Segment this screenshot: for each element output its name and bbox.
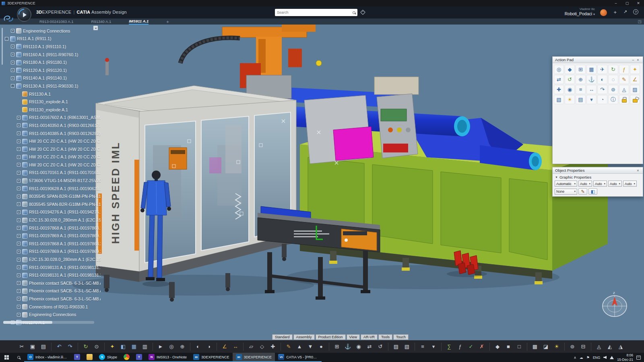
pad-icon[interactable]: ▲ [295, 342, 304, 352]
rotate-icon[interactable]: ↷ [597, 85, 607, 94]
object-properties-titlebar[interactable]: Object Properties × [553, 167, 643, 174]
expand-expander-icon[interactable]: + [17, 226, 21, 230]
explode-icon[interactable]: ◬ [619, 85, 629, 94]
maximize-button[interactable]: ▢ [621, 0, 633, 6]
warning-icon[interactable]: ✗ [477, 342, 487, 352]
constraint-icon[interactable]: ⚓ [343, 342, 353, 352]
print-icon[interactable]: ⊟ [578, 342, 588, 352]
tree-horizontal-scrollbar[interactable] [3, 321, 94, 324]
taskbar-app-explorer[interactable] [83, 353, 96, 362]
refresh-icon[interactable]: ↺ [565, 75, 575, 84]
check-icon[interactable]: ✓ [466, 342, 476, 352]
replace-icon[interactable]: ▥ [140, 342, 150, 352]
toolbar-tab-standard[interactable]: Standard [272, 334, 293, 340]
tree-item[interactable]: +HW 20 CC Z0 C A.1 (HW 20 CC Z0 C.3) [0, 153, 101, 161]
3d-compass-icon[interactable] [17, 7, 31, 22]
graphic-prop-dropdown[interactable]: Automatic▾ [555, 181, 577, 187]
pocket-icon[interactable]: ▼ [305, 342, 315, 352]
tree-item[interactable]: +R91140 A.1 (R91140.1) [0, 74, 101, 82]
axis-icon[interactable]: ✚ [554, 85, 564, 94]
collapse-expander-icon[interactable]: - [5, 37, 8, 41]
touch-mode-icon[interactable]: ◮ [616, 342, 625, 352]
expand-expander-icon[interactable]: + [17, 155, 21, 159]
new-tab-button[interactable]: + [166, 19, 169, 25]
tree-item[interactable]: +HW 20 CC Z0 C A.1 (HW 20 CC Z0 C.2) [0, 145, 101, 153]
tree-item[interactable]: +R911-00167602 A.1 (R8613001_ASM.1) [0, 114, 101, 122]
tree-item[interactable]: R91130 A.1 [0, 90, 101, 98]
expand-expander-icon[interactable]: + [17, 250, 21, 253]
tree-item[interactable]: -R911 A.1 (R911.1) [0, 35, 101, 43]
light-icon[interactable]: ☀ [552, 342, 561, 352]
tree-item[interactable]: +Phoenix contact SACB- 6-3-L-SC-M8 A.1 ( [0, 295, 101, 303]
graphic-prop-dropdown[interactable]: Auto▾ [623, 181, 637, 187]
expand-expander-icon[interactable]: + [17, 242, 21, 245]
new-content-icon[interactable]: ✦ [107, 342, 117, 352]
assemble-icon[interactable]: ⊞ [332, 342, 342, 352]
viewport[interactable]: HIGH SPEED IML [0, 25, 644, 340]
user-block[interactable]: Vladimir Ilic Roboti_Podaci ▾ [565, 8, 595, 16]
language-indicator[interactable]: ENG [593, 356, 600, 360]
close-panel-icon[interactable]: × [636, 169, 640, 173]
multi-view-icon[interactable]: ⊞ [576, 65, 586, 74]
tree-item[interactable]: R91130_explode A.1 [0, 98, 101, 106]
lock-closed-icon[interactable] [619, 95, 629, 104]
start-button[interactable] [0, 353, 13, 362]
expand-expander-icon[interactable]: + [17, 171, 21, 175]
expand-expander-icon[interactable]: + [17, 132, 21, 135]
taskbar-app-onenote[interactable]: NIMS913 - OneNote [145, 353, 190, 362]
tree-item[interactable]: +HW 20 CC Z0 C A.1 (HW 20 CC Z0 C.4) [0, 161, 101, 169]
expand-expander-icon[interactable]: + [11, 68, 14, 72]
close-button[interactable]: ✕ [633, 0, 644, 6]
tree-item[interactable]: +HW 20 CC Z0 C A.1 (HW 20 CC Z0 C.1) [0, 137, 101, 145]
tree-vertical-scrollbar[interactable] [2, 28, 3, 65]
graphic-properties-header[interactable]: ▼ Graphic Properties [553, 174, 643, 180]
tree-item[interactable]: +R911-00140385 A.1 (R903-00126282) [0, 130, 101, 138]
tree-item[interactable]: +R911-00197869 A.1 (R911-00197869.2) [0, 248, 101, 256]
plane-icon[interactable]: ▱ [246, 342, 256, 352]
parameters-icon[interactable]: ƒ [455, 342, 465, 352]
update-icon[interactable]: ↻ [608, 65, 618, 74]
tree-item[interactable]: +R911-00140350 A.1 (R903-00126617.1) [0, 121, 101, 130]
camera-icon[interactable]: ⊚ [568, 342, 577, 352]
collapse-expander-icon[interactable]: - [11, 84, 14, 88]
expand-expander-icon[interactable]: + [11, 45, 14, 48]
insert-product-icon[interactable]: ◧ [118, 342, 128, 352]
taskbar-app-teams-2[interactable]: T [133, 353, 145, 362]
search-input[interactable] [277, 10, 351, 14]
expand-expander-icon[interactable]: + [17, 123, 21, 127]
taskbar-app-teams[interactable]: T [71, 353, 83, 362]
update-icon[interactable]: ↻ [81, 342, 91, 352]
expand-expander-icon[interactable]: + [17, 202, 21, 206]
move-icon[interactable]: ⇄ [365, 342, 374, 352]
expand-expander-icon[interactable]: + [17, 210, 21, 214]
snap-icon[interactable]: ◉ [565, 85, 575, 94]
expand-expander-icon[interactable]: + [17, 179, 21, 183]
tree-item[interactable]: +R91160 A.1 (R911-R90760.1) [0, 51, 101, 59]
expand-expander-icon[interactable]: + [17, 289, 21, 293]
copy-icon[interactable]: ▣ [28, 342, 37, 352]
tree-item[interactable]: +Phoenix contact SACB- 6-3-L-SC-M8 A.1 ( [0, 287, 101, 295]
tree-item[interactable]: +R911-00170161 A.1 (R911-00170161.1) [0, 169, 101, 177]
shade-icon[interactable]: ◐ [597, 75, 607, 84]
collapse-triangle-icon[interactable]: ▼ [555, 176, 558, 179]
redo-icon[interactable]: ↷ [65, 342, 75, 352]
volume-icon[interactable] [603, 356, 607, 359]
line-type-dropdown[interactable]: None▾ [555, 189, 577, 195]
expand-expander-icon[interactable]: + [17, 313, 21, 317]
tree-item[interactable]: -R91130 A.1 (R911-R90330.1) [0, 82, 101, 90]
hidden-icons-chevron[interactable]: ∧ [574, 356, 576, 360]
lock-open-icon[interactable] [630, 95, 640, 104]
close-panel-icon[interactable]: × [636, 58, 640, 62]
share-icon[interactable]: ↗ [623, 9, 627, 14]
camera-icon[interactable]: ⊚ [608, 85, 618, 94]
undo-icon[interactable]: ↶ [54, 342, 64, 352]
tree-item[interactable]: +Connections of R911-R90330.1 [0, 303, 101, 311]
swap-visible-icon[interactable]: ◑ [204, 342, 214, 352]
tree-item[interactable]: +Engineering Connections [0, 27, 101, 35]
tag-icon[interactable] [360, 10, 365, 15]
fly-icon[interactable]: ✈ [597, 65, 607, 74]
grid-icon[interactable]: ▦ [586, 65, 597, 74]
center-tree-icon[interactable]: ⊕ [178, 342, 187, 352]
tree-item[interactable]: +R91110 A.1 (R91110.1) [0, 43, 101, 51]
link-icon[interactable]: ⇄ [554, 75, 564, 84]
